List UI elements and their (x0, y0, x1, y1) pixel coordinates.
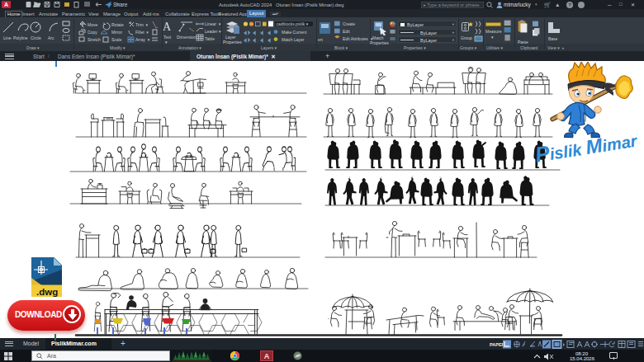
svg-text:.dwg: .dwg (36, 287, 58, 297)
